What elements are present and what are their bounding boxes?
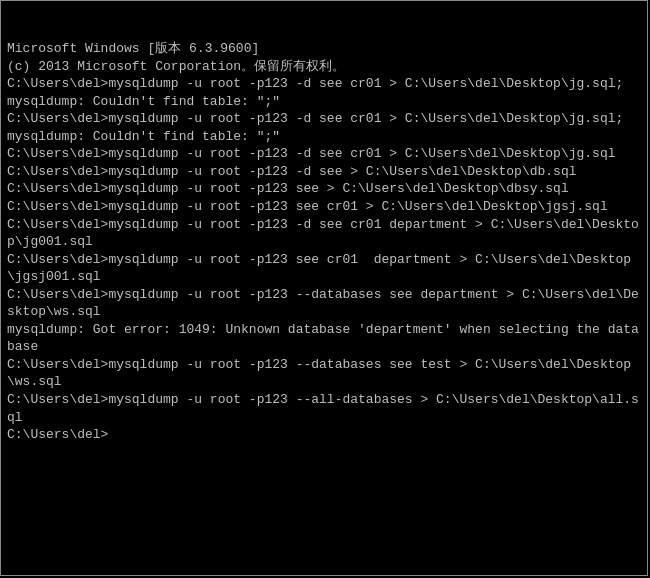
terminal-line: C:\Users\del>mysqldump -u root -p123 -d … (7, 75, 641, 93)
terminal-content[interactable]: Microsoft Windows [版本 6.3.9600](c) 2013 … (7, 5, 641, 571)
terminal-line: mysqldump: Couldn't find table: ";" (7, 93, 641, 111)
terminal-line: C:\Users\del>mysqldump -u root -p123 see… (7, 198, 641, 216)
terminal-line: mysqldump: Couldn't find table: ";" (7, 128, 641, 146)
terminal-line: C:\Users\del>mysqldump -u root -p123 see… (7, 180, 641, 198)
terminal-line: C:\Users\del>mysqldump -u root -p123 --a… (7, 391, 641, 426)
terminal-line: C:\Users\del>mysqldump -u root -p123 --d… (7, 356, 641, 391)
terminal-line: (c) 2013 Microsoft Corporation。保留所有权利。 (7, 58, 641, 76)
terminal-line: Microsoft Windows [版本 6.3.9600] (7, 40, 641, 58)
terminal-line: mysqldump: Got error: 1049: Unknown data… (7, 321, 641, 356)
terminal-line: C:\Users\del> (7, 426, 641, 444)
terminal-line: C:\Users\del>mysqldump -u root -p123 see… (7, 251, 641, 286)
terminal-line: C:\Users\del>mysqldump -u root -p123 -d … (7, 110, 641, 128)
terminal-line: C:\Users\del>mysqldump -u root -p123 -d … (7, 145, 641, 163)
terminal-line: C:\Users\del>mysqldump -u root -p123 -d … (7, 216, 641, 251)
terminal-line: C:\Users\del>mysqldump -u root -p123 -d … (7, 163, 641, 181)
terminal-window: Microsoft Windows [版本 6.3.9600](c) 2013 … (0, 0, 648, 576)
terminal-line: C:\Users\del>mysqldump -u root -p123 --d… (7, 286, 641, 321)
